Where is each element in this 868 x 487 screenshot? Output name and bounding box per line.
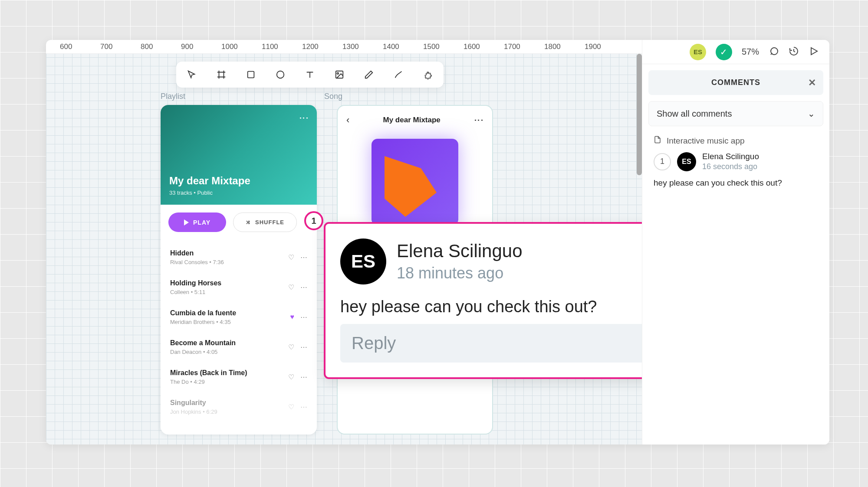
close-icon[interactable]: ✕ (808, 77, 816, 88)
toolbar (176, 62, 444, 88)
avatar-initials: ES (351, 251, 375, 272)
track-subtitle: Jon Hopkins • 6:29 (170, 409, 217, 415)
track-row[interactable]: SingularityJon Hopkins • 6:29♡⋯ (168, 392, 309, 422)
image-tool-icon[interactable] (332, 67, 347, 82)
track-row[interactable]: Cumbia de la fuenteMeridian Brothers • 4… (168, 302, 309, 332)
ruler-tick: 800 (141, 42, 151, 51)
play-icon[interactable] (809, 46, 819, 58)
heart-icon[interactable]: ♡ (288, 253, 294, 261)
panel-topbar: ES ✓ 57% (642, 40, 829, 64)
more-icon[interactable]: ⋯ (300, 283, 307, 291)
filter-label: Show all comments (657, 109, 732, 119)
text-tool-icon[interactable] (302, 67, 318, 82)
ruler-tick: 1200 (302, 42, 312, 51)
track-subtitle: Colleen • 5:11 (170, 289, 221, 295)
sync-status-icon[interactable]: ✓ (716, 44, 732, 60)
artboard-label[interactable]: Song (324, 92, 342, 101)
shuffle-icon: ⤨ (246, 219, 251, 226)
track-row[interactable]: Holding HorsesColleen • 5:11♡⋯ (168, 272, 309, 302)
comment-body: hey please can you check this out? (654, 178, 818, 188)
user-avatar-badge[interactable]: ES (690, 44, 706, 60)
track-title: Singularity (170, 399, 217, 407)
ruler-tick: 1100 (262, 42, 272, 51)
track-title: Holding Horses (170, 279, 221, 287)
plugin-tool-icon[interactable] (420, 67, 436, 82)
more-icon[interactable]: ⋯ (300, 343, 307, 351)
frame-tool-icon[interactable] (214, 67, 229, 82)
ruler-tick: 1500 (423, 42, 434, 51)
avatar-initials: ES (694, 48, 702, 56)
comment-body: hey please can you check this out? (340, 297, 642, 316)
more-icon[interactable]: ⋯ (300, 403, 307, 411)
comment-thread[interactable]: Interactive music app 1 ES Elena Sciling… (642, 132, 829, 191)
thread-file-row: Interactive music app (654, 136, 818, 146)
ruler-tick: 1400 (383, 42, 393, 51)
reply-input[interactable]: Reply (340, 324, 642, 363)
shuffle-button[interactable]: ⤨SHUFFLE (233, 212, 297, 232)
commenter-name: Elena Scilinguo (702, 152, 759, 161)
track-subtitle: Meridian Brothers • 4:35 (170, 319, 236, 325)
comments-panel: ES ✓ 57% COMMENTS ✕ Show all comments ⌄ … (642, 40, 829, 445)
horizontal-ruler: 600 700 800 900 1000 1100 1200 1300 1400… (46, 40, 642, 54)
playlist-artboard[interactable]: ⋮ My dear Mixtape 33 tracks • Public PLA… (161, 105, 317, 435)
shuffle-label: SHUFFLE (255, 219, 284, 226)
pin-number: 1 (311, 216, 316, 226)
chevron-down-icon: ⌄ (808, 108, 815, 119)
comment-time: 18 minutes ago (397, 264, 632, 282)
svg-rect-4 (248, 72, 254, 78)
back-icon[interactable]: ‹ (346, 114, 349, 126)
ruler-tick: 700 (100, 42, 111, 51)
more-icon[interactable]: ⋮ (298, 113, 309, 124)
track-subtitle: Dan Deacon • 4:05 (170, 349, 236, 355)
ruler-tick: 1600 (464, 42, 474, 51)
album-art (372, 139, 458, 226)
track-subtitle: The Do • 4:29 (170, 379, 247, 385)
svg-point-7 (337, 72, 339, 74)
ruler-tick: 600 (60, 42, 70, 51)
more-icon[interactable]: ⋮ (473, 115, 484, 125)
track-row[interactable]: HiddenRival Consoles • 7:36♡⋯ (168, 242, 309, 272)
ellipse-tool-icon[interactable] (273, 67, 288, 82)
heart-icon[interactable]: ♡ (288, 283, 294, 291)
history-icon[interactable] (789, 46, 799, 58)
design-app-window: 600 700 800 900 1000 1100 1200 1300 1400… (46, 40, 829, 445)
track-subtitle: Rival Consoles • 7:36 (170, 259, 224, 265)
heart-icon[interactable]: ♡ (288, 343, 294, 351)
commenter-name: Elena Scilinguo (397, 241, 632, 261)
file-name: Interactive music app (667, 136, 745, 146)
rectangle-tool-icon[interactable] (243, 67, 259, 82)
heart-icon[interactable]: ♡ (288, 403, 294, 411)
more-icon[interactable]: ⋯ (300, 373, 307, 381)
track-row[interactable]: Miracles (Back in Time)The Do • 4:29♡⋯ (168, 362, 309, 392)
pen-tool-icon[interactable] (391, 67, 406, 82)
track-title: Miracles (Back in Time) (170, 369, 247, 377)
comments-filter-dropdown[interactable]: Show all comments ⌄ (648, 101, 823, 126)
comments-icon[interactable] (769, 46, 779, 58)
svg-marker-8 (811, 48, 817, 55)
pencil-tool-icon[interactable] (361, 67, 377, 82)
track-title: Hidden (170, 249, 224, 257)
play-button[interactable]: PLAY (168, 212, 226, 232)
artboard-label[interactable]: Playlist (161, 92, 185, 101)
comments-title: COMMENTS (711, 78, 760, 87)
file-icon (654, 136, 661, 146)
play-label: PLAY (193, 219, 210, 226)
svg-point-5 (277, 71, 284, 78)
more-icon[interactable]: ⋯ (300, 313, 307, 321)
comment-pin[interactable]: 1 (304, 211, 323, 230)
track-row[interactable]: Become a MountainDan Deacon • 4:05♡⋯ (168, 332, 309, 362)
track-title: Become a Mountain (170, 339, 236, 347)
zoom-level[interactable]: 57% (742, 47, 759, 57)
more-icon[interactable]: ⋯ (300, 253, 307, 261)
ruler-tick: 1800 (544, 42, 555, 51)
heart-icon[interactable]: ♥ (290, 313, 295, 321)
commenter-avatar: ES (340, 239, 386, 284)
thread-pin-number: 1 (654, 153, 671, 170)
tracklist: HiddenRival Consoles • 7:36♡⋯Holding Hor… (161, 240, 317, 425)
ruler-tick: 1000 (221, 42, 232, 51)
comment-time: 16 seconds ago (702, 162, 759, 171)
pointer-tool-icon[interactable] (184, 67, 200, 82)
heart-icon[interactable]: ♡ (288, 373, 294, 381)
canvas[interactable]: 600 700 800 900 1000 1100 1200 1300 1400… (46, 40, 642, 445)
canvas-scrollbar[interactable] (637, 54, 642, 175)
